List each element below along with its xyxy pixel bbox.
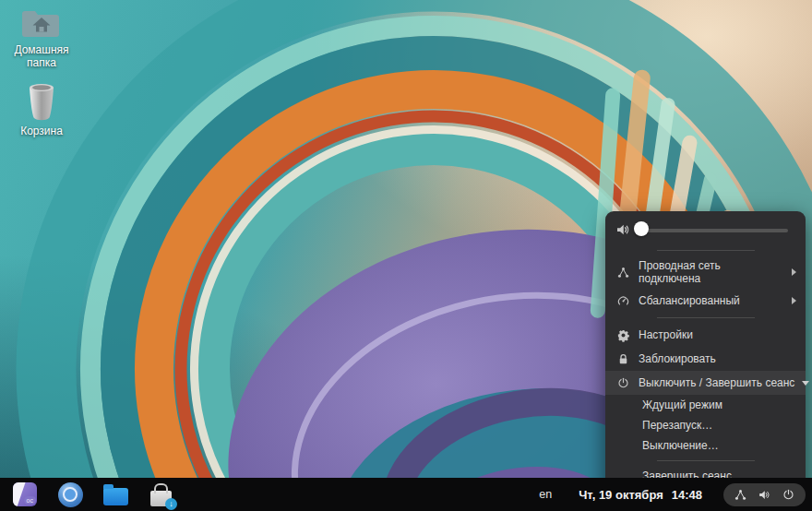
chromium-icon [58, 482, 83, 507]
menu-item-suspend[interactable]: Ждущий режим [605, 395, 806, 415]
taskbar-status-area: en Чт, 19 октября 14:48 [539, 483, 812, 506]
separator [657, 317, 755, 318]
menu-item-restart[interactable]: Перезапуск… [605, 415, 806, 435]
menu-item-settings[interactable]: Настройки [605, 323, 806, 347]
system-menu: Проводная сеть подключена Сбалансированн… [605, 211, 806, 494]
power-icon [615, 374, 631, 391]
menu-item-lock[interactable]: Заблокировать [605, 347, 806, 371]
taskbar: oc ↓ en Чт, 19 октября 14:48 [0, 478, 812, 511]
chevron-right-icon [792, 268, 796, 276]
home-folder-icon [2, 9, 81, 40]
system-tray[interactable] [723, 483, 806, 506]
taskbar-app-launchers: oc ↓ [12, 481, 173, 507]
volume-slider[interactable] [641, 229, 788, 232]
menu-item-power-profile[interactable]: Сбалансированный [605, 289, 806, 313]
chevron-down-icon [802, 381, 809, 386]
gear-icon [615, 327, 631, 343]
desktop-icon-label: Корзина [20, 125, 63, 137]
menu-item-power[interactable]: Выключить / Завершить сеанс [605, 371, 806, 395]
lock-icon [615, 351, 631, 367]
clock-time: 14:48 [672, 488, 702, 502]
shutdown-label: Выключение… [642, 439, 719, 452]
volume-row [605, 218, 806, 245]
lock-label: Заблокировать [639, 352, 716, 365]
separator [657, 250, 755, 251]
language-indicator[interactable]: en [539, 488, 552, 501]
desktop-icon-home[interactable]: Домашняя папка [2, 9, 81, 69]
power-profile-label: Сбалансированный [639, 294, 740, 307]
menu-pointer-tail [760, 464, 782, 475]
power-profile-icon [615, 292, 631, 309]
power-icon[interactable] [782, 488, 795, 502]
file-manager-icon [103, 488, 128, 505]
taskbar-app-office[interactable]: oc [12, 481, 38, 507]
clock[interactable]: Чт, 19 октября 14:48 [579, 488, 702, 502]
network-icon[interactable] [734, 488, 747, 502]
suspend-label: Ждущий режим [642, 398, 722, 411]
network-icon [615, 264, 631, 280]
desktop: Домашняя папка Корзина [0, 0, 812, 511]
network-label: Проводная сеть подключена [639, 259, 721, 285]
chevron-right-icon [792, 297, 796, 304]
download-badge-icon: ↓ [165, 498, 177, 510]
taskbar-app-files[interactable] [102, 481, 128, 507]
menu-item-network[interactable]: Проводная сеть подключена [605, 256, 806, 289]
restart-label: Перезапуск… [642, 419, 712, 432]
taskbar-app-software[interactable]: ↓ [148, 481, 173, 507]
volume-icon[interactable] [758, 488, 771, 502]
settings-label: Настройки [639, 328, 693, 341]
taskbar-app-chromium[interactable] [57, 481, 83, 507]
volume-slider-handle[interactable] [634, 221, 649, 236]
speaker-icon [615, 221, 633, 240]
separator [657, 460, 755, 461]
power-label: Выключить / Завершить сеанс [639, 376, 794, 389]
desktop-icon-label: Домашняя папка [14, 43, 68, 69]
office-badge: oc [24, 496, 36, 505]
menu-item-shutdown[interactable]: Выключение… [605, 435, 806, 456]
clock-date: Чт, 19 октября [579, 488, 663, 502]
trash-icon [2, 81, 81, 121]
desktop-icon-trash[interactable]: Корзина [2, 81, 81, 137]
